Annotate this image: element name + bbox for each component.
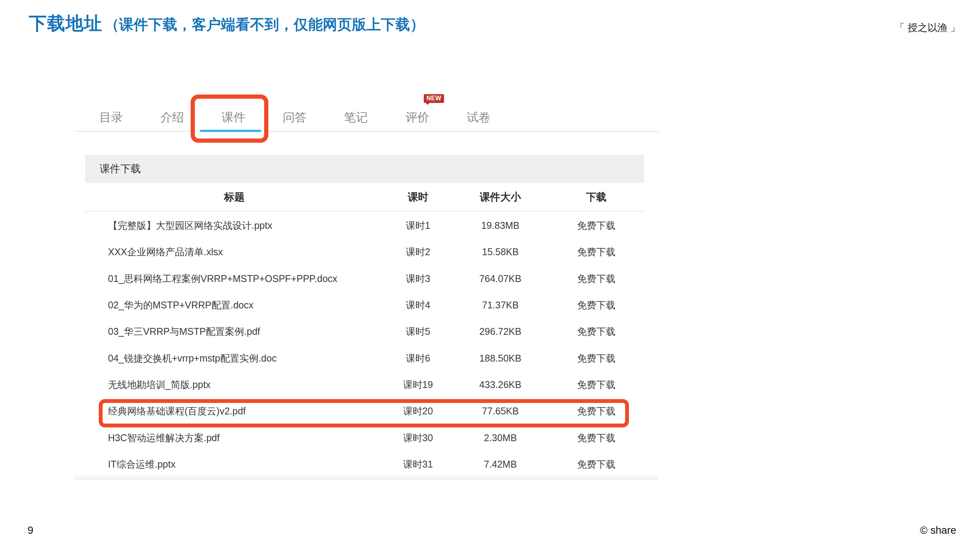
file-title: XXX企业网络产品清单.xlsx xyxy=(85,246,384,258)
table-row: IT综合运维.pptx 课时31 7.42MB 免费下载 xyxy=(85,451,644,478)
new-badge: NEW xyxy=(424,94,444,103)
file-title: 04_锐捷交换机+vrrp+mstp配置实例.doc xyxy=(85,352,384,365)
lesson-number: 课时20 xyxy=(384,405,452,417)
page-title: 下载地址（课件下载，客户端看不到，仅能网页版上下载） xyxy=(29,11,425,36)
tab-bar: 目录 介绍 课件 问答 笔记 评价 试卷 xyxy=(75,103,666,131)
lesson-number: 课时2 xyxy=(384,246,452,258)
page-title-main: 下载地址 xyxy=(29,13,102,33)
free-download-link[interactable]: 免费下载 xyxy=(548,325,644,338)
tab-exams[interactable]: 试卷 xyxy=(448,109,509,126)
file-size: 188.50KB xyxy=(452,353,548,364)
table-row: 04_锐捷交换机+vrrp+mstp配置实例.doc 课时6 188.50KB … xyxy=(85,345,644,371)
table-header-row: 标题 课时 课件大小 下载 xyxy=(85,183,644,212)
table-row: 经典网络基础课程(百度云)v2.pdf 课时20 77.65KB 免费下载 xyxy=(85,398,644,424)
table-row: 无线地勘培训_简版.pptx 课时19 433.26KB 免费下载 xyxy=(85,372,644,398)
file-size: 296.72KB xyxy=(452,326,548,337)
tab-intro[interactable]: 介绍 xyxy=(142,109,203,126)
tab-courseware[interactable]: 课件 xyxy=(203,109,264,126)
page-number: 9 xyxy=(28,525,33,536)
tab-qa[interactable]: 问答 xyxy=(264,109,325,126)
table-row: 【完整版】大型园区网络实战设计.pptx 课时1 19.83MB 免费下载 xyxy=(85,212,644,239)
column-header-size: 课件大小 xyxy=(452,190,548,204)
free-download-link[interactable]: 免费下载 xyxy=(548,378,644,391)
course-page-screenshot: 目录 介绍 课件 问答 笔记 评价 试卷 NEW 课件下载 标题 课时 课件大小… xyxy=(75,96,666,480)
file-title: 无线地勘培训_简版.pptx xyxy=(85,378,384,391)
file-size: 15.58KB xyxy=(452,246,548,258)
free-download-link[interactable]: 免费下载 xyxy=(548,272,644,285)
file-title: 01_思科网络工程案例VRRP+MSTP+OSPF+PPP.docx xyxy=(85,272,384,285)
file-title: 【完整版】大型园区网络实战设计.pptx xyxy=(85,219,384,232)
page-title-note: （课件下载，客户端看不到，仅能网页版上下载） xyxy=(105,16,425,33)
table-row: 02_华为的MSTP+VRRP配置.docx 课时4 71.37KB 免费下载 xyxy=(85,292,644,318)
file-size: 764.07KB xyxy=(452,273,548,284)
file-title: 经典网络基础课程(百度云)v2.pdf xyxy=(85,405,384,417)
tab-catalog[interactable]: 目录 xyxy=(80,109,142,126)
free-download-link[interactable]: 免费下载 xyxy=(548,432,644,444)
lesson-number: 课时6 xyxy=(384,352,452,365)
file-size: 77.65KB xyxy=(452,406,548,417)
lesson-number: 课时1 xyxy=(384,219,452,232)
column-header-download: 下载 xyxy=(548,190,644,204)
free-download-link[interactable]: 免费下载 xyxy=(548,299,644,311)
file-title: H3C智动运维解决方案.pdf xyxy=(85,432,384,444)
file-size: 7.42MB xyxy=(452,459,548,470)
footer-share: © share xyxy=(920,525,956,536)
active-tab-underline xyxy=(200,130,261,132)
lesson-number: 课时3 xyxy=(384,272,452,285)
file-title: 03_华三VRRP与MSTP配置案例.pdf xyxy=(85,325,384,338)
panel-header: 课件下载 xyxy=(85,155,644,183)
column-header-lesson: 课时 xyxy=(384,190,452,204)
table-row: 01_思科网络工程案例VRRP+MSTP+OSPF+PPP.docx 课时3 7… xyxy=(85,266,644,292)
lesson-number: 课时5 xyxy=(384,325,452,338)
file-size: 2.30MB xyxy=(452,432,548,443)
tabbar-divider xyxy=(75,131,658,132)
table-row: H3C智动运维解决方案.pdf 课时30 2.30MB 免费下载 xyxy=(85,424,644,451)
file-title: IT综合运维.pptx xyxy=(85,458,384,471)
table-row: XXX企业网络产品清单.xlsx 课时2 15.58KB 免费下载 xyxy=(85,239,644,265)
tab-reviews[interactable]: 评价 xyxy=(387,109,448,126)
file-title: 02_华为的MSTP+VRRP配置.docx xyxy=(85,299,384,311)
tab-notes[interactable]: 笔记 xyxy=(325,109,387,126)
slide-motto: 「 授之以渔 」 xyxy=(895,21,960,34)
lesson-number: 课时30 xyxy=(384,432,452,444)
lesson-number: 课时19 xyxy=(384,378,452,391)
free-download-link[interactable]: 免费下载 xyxy=(548,352,644,365)
courseware-table: 【完整版】大型园区网络实战设计.pptx 课时1 19.83MB 免费下载 XX… xyxy=(85,212,644,478)
free-download-link[interactable]: 免费下载 xyxy=(548,219,644,232)
column-header-title: 标题 xyxy=(85,190,384,204)
file-size: 19.83MB xyxy=(452,220,548,231)
lesson-number: 课时4 xyxy=(384,299,452,311)
file-size: 71.37KB xyxy=(452,300,548,311)
lesson-number: 课时31 xyxy=(384,458,452,471)
free-download-link[interactable]: 免费下载 xyxy=(548,246,644,258)
free-download-link[interactable]: 免费下载 xyxy=(548,405,644,417)
table-row: 03_华三VRRP与MSTP配置案例.pdf 课时5 296.72KB 免费下载 xyxy=(85,318,644,345)
file-size: 433.26KB xyxy=(452,379,548,390)
free-download-link[interactable]: 免费下载 xyxy=(548,458,644,471)
